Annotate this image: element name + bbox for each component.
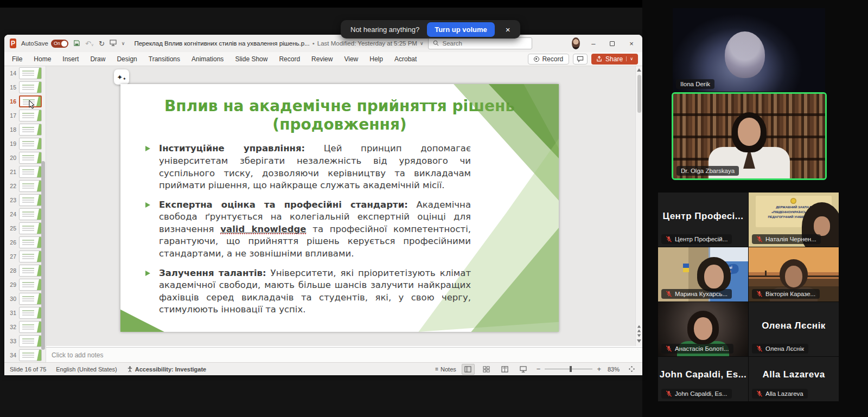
zoom-out-button[interactable]: − bbox=[535, 365, 542, 373]
close-button[interactable]: × bbox=[626, 36, 637, 50]
zoom-slider-thumb[interactable] bbox=[570, 366, 572, 372]
slide-thumbnail-27[interactable]: 27 bbox=[4, 249, 46, 264]
record-button[interactable]: Record bbox=[528, 54, 569, 65]
zoom-percent[interactable]: 83% bbox=[608, 366, 620, 373]
toast-close-icon[interactable]: × bbox=[502, 24, 514, 35]
reading-view-button[interactable] bbox=[499, 364, 512, 375]
slideshow-view-button[interactable] bbox=[517, 364, 530, 375]
participant-video-ilona[interactable]: Ilona Derik bbox=[673, 8, 825, 92]
notes-toggle[interactable]: ≡ Notes bbox=[435, 366, 456, 373]
thumbnail-preview[interactable] bbox=[19, 236, 42, 248]
thumbnail-preview[interactable] bbox=[19, 349, 42, 361]
restore-button[interactable] bbox=[607, 36, 618, 50]
thumbnail-preview[interactable] bbox=[19, 208, 42, 220]
zoom-slider-track[interactable] bbox=[545, 369, 592, 369]
slide-thumbnail-17[interactable]: 17 bbox=[4, 108, 46, 123]
thumbnail-preview[interactable] bbox=[19, 307, 42, 319]
accessibility-status[interactable]: Accessibility: Investigate bbox=[127, 366, 206, 373]
thumbnail-preview[interactable] bbox=[19, 110, 42, 121]
slide-thumbnail-32[interactable]: 32 bbox=[4, 320, 46, 334]
slide-thumbnail-24[interactable]: 24 bbox=[4, 207, 46, 221]
slide-editing-area[interactable]: Вплив на академічне прийняття рішень (пр… bbox=[120, 84, 559, 332]
turn-up-volume-button[interactable]: Turn up volume bbox=[427, 22, 495, 37]
participant-tile-john[interactable]: John Capaldi, Es... John Capaldi, Es... bbox=[658, 357, 748, 401]
thumbnail-preview[interactable] bbox=[19, 138, 42, 150]
participant-tile-maryna[interactable]: Pepsi Cola Марина Кухарсь... bbox=[658, 247, 748, 301]
slide-thumbnail-25[interactable]: 25 bbox=[4, 221, 46, 235]
notes-placeholder[interactable]: Click to add notes bbox=[52, 351, 103, 359]
save-icon[interactable] bbox=[73, 40, 80, 48]
scrollbar-thumb[interactable] bbox=[637, 75, 641, 113]
tab-view[interactable]: View bbox=[344, 55, 358, 63]
start-slideshow-icon[interactable] bbox=[110, 40, 117, 47]
slide-thumbnail-33[interactable]: 33 bbox=[4, 334, 46, 348]
slide-thumbnail-28[interactable]: 28 bbox=[4, 264, 46, 278]
slide-indicator[interactable]: Slide 16 of 75 bbox=[10, 366, 46, 373]
account-avatar[interactable] bbox=[572, 37, 580, 49]
tab-slide-show[interactable]: Slide Show bbox=[235, 55, 267, 63]
next-slide-button[interactable] bbox=[637, 335, 641, 337]
tab-review[interactable]: Review bbox=[311, 55, 333, 63]
previous-slide-button[interactable] bbox=[637, 325, 641, 328]
thumbnail-preview[interactable] bbox=[19, 124, 42, 136]
slide-thumbnail-23[interactable]: 23 bbox=[4, 193, 46, 207]
thumbnail-preview[interactable] bbox=[19, 180, 42, 192]
participant-tile-viktoria[interactable]: Вікторія Каразе... bbox=[749, 247, 839, 301]
thumbnail-preview[interactable] bbox=[19, 251, 42, 262]
search-box[interactable] bbox=[428, 37, 532, 49]
tab-draw[interactable]: Draw bbox=[90, 55, 105, 63]
tab-design[interactable]: Design bbox=[117, 55, 137, 63]
language-indicator[interactable]: English (United States) bbox=[56, 366, 117, 373]
zoom-in-button[interactable]: + bbox=[596, 365, 602, 373]
tab-home[interactable]: Home bbox=[34, 55, 51, 63]
thumbnail-preview[interactable] bbox=[19, 265, 42, 277]
tab-help[interactable]: Help bbox=[369, 55, 383, 63]
undo-icon[interactable]: ↶∨ bbox=[85, 40, 94, 47]
tab-animations[interactable]: Animations bbox=[192, 55, 224, 63]
slide-thumbnail-22[interactable]: 22 bbox=[4, 179, 46, 193]
thumbnail-preview[interactable] bbox=[19, 321, 42, 333]
share-button[interactable]: Share ∨ bbox=[591, 54, 638, 65]
comments-button[interactable] bbox=[573, 54, 588, 65]
normal-view-button[interactable] bbox=[462, 364, 475, 375]
search-input[interactable] bbox=[442, 40, 527, 47]
thumbnail-preview[interactable] bbox=[19, 81, 42, 93]
slide-thumbnail-34[interactable]: 34 bbox=[4, 348, 46, 362]
slide-thumbnail-19[interactable]: 19 bbox=[4, 137, 46, 151]
participant-tile-alla[interactable]: Alla Lazareva Alla Lazareva bbox=[749, 357, 839, 401]
tab-record[interactable]: Record bbox=[279, 55, 300, 63]
participant-tile-natalia[interactable]: ДЕРЖАВНИЙ ЗАКЛАД «ПІВДЕННОУКРАЇНСЬКИЙ...… bbox=[749, 193, 839, 247]
redo-icon[interactable]: ↻ bbox=[99, 40, 105, 47]
participant-video-olga-speaking[interactable]: Dr. Olga Zbarskaya bbox=[672, 92, 827, 180]
scroll-down-arrow[interactable] bbox=[637, 339, 641, 343]
participant-tile-centr[interactable]: Центр Професі... Центр Професій... bbox=[658, 193, 748, 247]
title-dropdown-icon[interactable]: ∨ bbox=[420, 41, 424, 46]
slide-thumbnail-31[interactable]: 31 bbox=[4, 306, 46, 320]
thumbnail-preview[interactable] bbox=[19, 152, 42, 164]
previous-slide-button[interactable] bbox=[637, 330, 641, 332]
slide-thumbnail-18[interactable]: 18 bbox=[4, 123, 46, 137]
slide-thumbnail-16[interactable]: 16 bbox=[4, 94, 46, 108]
tab-insert[interactable]: Insert bbox=[62, 55, 79, 63]
slide-sorter-view-button[interactable] bbox=[480, 364, 493, 375]
thumbnail-preview[interactable] bbox=[19, 194, 42, 206]
share-dropdown-icon[interactable]: ∨ bbox=[626, 56, 633, 61]
thumbnail-preview[interactable] bbox=[19, 166, 42, 178]
slide-thumbnail-26[interactable]: 26 bbox=[4, 235, 46, 249]
participant-tile-olena[interactable]: Олена Лєснік Олена Лєснік bbox=[749, 302, 839, 356]
customize-toolbar-icon[interactable]: ∨ bbox=[122, 41, 125, 46]
autosave-toggle[interactable]: On bbox=[51, 40, 68, 48]
tab-transitions[interactable]: Transitions bbox=[149, 55, 180, 63]
thumbnail-preview[interactable] bbox=[19, 293, 42, 305]
thumbnail-preview[interactable] bbox=[19, 335, 42, 347]
fit-to-window-button[interactable] bbox=[625, 364, 638, 375]
slide-thumbnail-29[interactable]: 29 bbox=[4, 278, 46, 292]
thumbnail-preview[interactable] bbox=[19, 279, 42, 291]
tab-acrobat[interactable]: Acrobat bbox=[394, 55, 417, 63]
slide-thumbnail-20[interactable]: 20 bbox=[4, 151, 46, 165]
participant-tile-anastasia[interactable]: Анастасія Болоті... bbox=[658, 302, 748, 356]
scroll-up-arrow[interactable] bbox=[637, 68, 641, 72]
slide-thumbnail-14[interactable]: 14 bbox=[4, 66, 46, 80]
minimize-button[interactable]: – bbox=[588, 36, 599, 50]
tab-file[interactable]: File bbox=[12, 55, 22, 63]
